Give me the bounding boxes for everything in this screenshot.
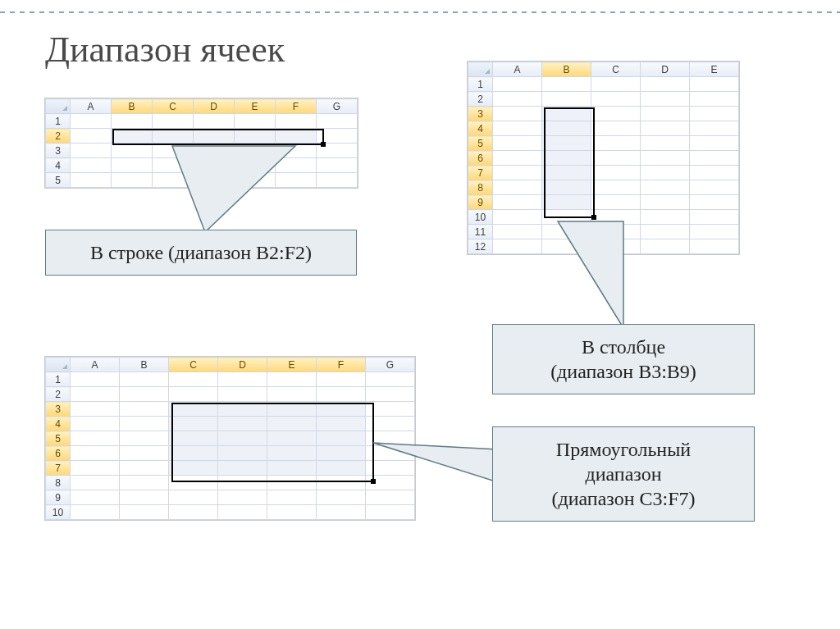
- row-header: 7: [46, 461, 71, 476]
- row-header: 2: [468, 92, 493, 107]
- row-header: 10: [468, 210, 493, 225]
- col-header: F: [276, 99, 317, 114]
- callout-col: В столбце (диапазон B3:B9): [492, 324, 755, 394]
- row-header: 4: [46, 158, 71, 173]
- col-header: G: [317, 99, 358, 114]
- col-header: E: [267, 358, 317, 372]
- row-header: 7: [468, 166, 493, 180]
- row-header: 3: [46, 144, 71, 158]
- decorative-top-rule: [0, 11, 840, 13]
- row-header: 8: [468, 180, 493, 195]
- callout-pointer-col: [558, 221, 705, 332]
- row-header: 11: [468, 225, 493, 239]
- row-header: 1: [46, 114, 71, 129]
- sheet-corner: [468, 62, 493, 77]
- callout-row: В строке (диапазон B2:F2): [45, 230, 357, 276]
- callout-text: (диапазон C3:F7): [551, 488, 695, 509]
- callout-text: (диапазон B3:B9): [550, 361, 696, 382]
- row-header: 8: [46, 476, 71, 490]
- col-header: G: [366, 358, 415, 372]
- col-header: A: [493, 62, 542, 77]
- col-header: B: [542, 62, 591, 77]
- sheet-corner: [46, 358, 71, 372]
- col-header: C: [591, 62, 641, 77]
- row-header: 9: [468, 195, 493, 210]
- col-header: A: [71, 99, 112, 114]
- row-header: 3: [46, 402, 71, 417]
- row-header: 12: [468, 239, 493, 254]
- col-header: D: [641, 62, 690, 77]
- row-header: 4: [46, 417, 71, 431]
- col-header: C: [153, 99, 194, 114]
- col-header: E: [235, 99, 276, 114]
- row-header: 1: [46, 372, 71, 387]
- col-header: C: [169, 358, 218, 372]
- callout-text: диапазон: [585, 463, 661, 485]
- row-header: 1: [468, 77, 493, 92]
- spreadsheet-rect: A B C D E F G 1 2 3 4 5 6 7 8 9 10: [45, 357, 415, 520]
- col-header: D: [194, 99, 235, 114]
- col-header: B: [120, 358, 169, 372]
- row-header: 5: [46, 173, 71, 188]
- callout-text: В строке (диапазон B2:F2): [90, 242, 312, 263]
- row-header: 10: [46, 505, 71, 520]
- col-header: B: [112, 99, 153, 114]
- row-header: 2: [46, 129, 71, 144]
- col-header: D: [218, 358, 267, 372]
- slide: Диапазон ячеек A B C D E F G 1 2 3 4 5: [0, 0, 840, 629]
- sheet-rect-range: A B C D E F G 1 2 3 4 5 6 7 8 9 10: [45, 357, 415, 520]
- callout-rect: Прямоугольный диапазон (диапазон C3:F7): [492, 426, 755, 522]
- row-header: 5: [46, 431, 71, 446]
- callout-text: В столбце: [582, 336, 665, 358]
- row-header: 2: [46, 387, 71, 402]
- svg-marker-0: [172, 146, 295, 232]
- col-header: A: [71, 358, 120, 372]
- row-header: 4: [468, 121, 493, 136]
- row-header: 6: [468, 151, 493, 166]
- col-header: E: [690, 62, 739, 77]
- sheet-corner: [46, 99, 71, 114]
- row-header: 9: [46, 490, 71, 505]
- row-header: 5: [468, 136, 493, 151]
- col-header: F: [317, 358, 366, 372]
- callout-text: Прямоугольный: [556, 439, 691, 460]
- svg-marker-1: [558, 221, 623, 328]
- row-header: 6: [46, 446, 71, 461]
- row-header: 3: [468, 107, 493, 121]
